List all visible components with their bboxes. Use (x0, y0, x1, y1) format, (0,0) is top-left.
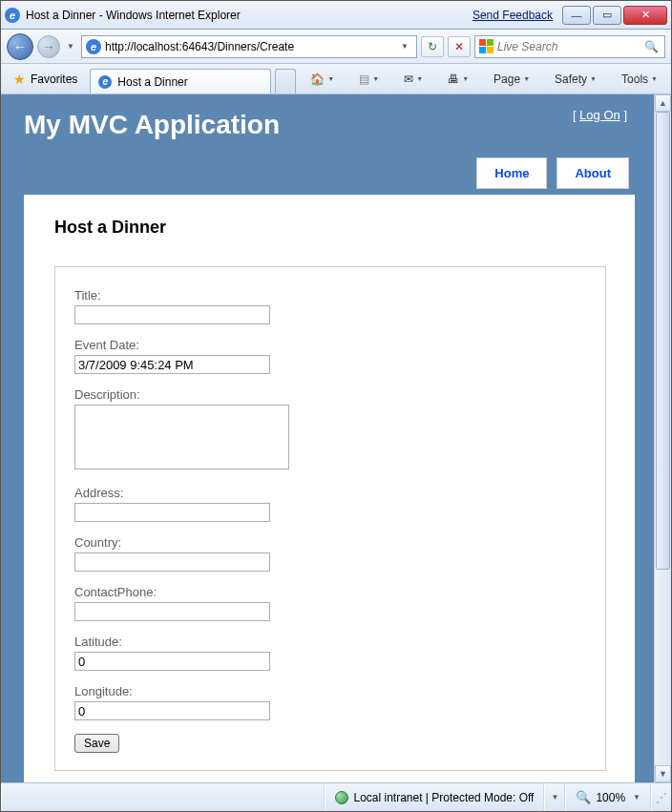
contactphone-label: ContactPhone: (74, 585, 586, 599)
minimize-button[interactable]: — (562, 6, 591, 25)
browser-tab[interactable]: e Host a Dinner (90, 69, 271, 94)
country-label: Country: (74, 535, 586, 550)
navigation-bar: ← → ▼ e ▼ ↻ ✕ 🔍 (1, 30, 671, 64)
page-content: [ Log On ] My MVC Application Home About… (1, 94, 654, 782)
globe-icon (335, 791, 348, 804)
login-section: [ Log On ] (573, 108, 627, 122)
mail-icon: ✉ (404, 73, 413, 86)
read-mail-button[interactable]: ✉▼ (397, 68, 430, 91)
address-label: Address: (74, 486, 586, 500)
resize-grip[interactable]: ⋰ (651, 783, 671, 811)
scroll-track[interactable] (655, 112, 671, 765)
refresh-button[interactable]: ↻ (421, 36, 444, 57)
address-bar[interactable]: e ▼ (81, 35, 417, 58)
search-input[interactable] (497, 37, 641, 56)
page-label: Page (494, 73, 520, 86)
country-input[interactable] (74, 552, 270, 572)
url-input[interactable] (105, 37, 397, 56)
address-dropdown[interactable]: ▼ (397, 42, 412, 51)
logon-link[interactable]: Log On (579, 108, 620, 122)
zoom-icon: 🔍 (576, 790, 591, 804)
vertical-scrollbar[interactable]: ▲ ▼ (654, 94, 671, 782)
menu-about[interactable]: About (556, 157, 629, 189)
command-bar: ★ Favorites e Host a Dinner 🏠▼ ▤▼ ✉▼ 🖶▼ … (1, 64, 671, 94)
window-buttons: — ▭ ✕ (560, 6, 667, 25)
rss-icon: ▤ (359, 73, 369, 86)
description-input[interactable] (74, 405, 289, 469)
latitude-input[interactable] (74, 652, 270, 671)
app-header: [ Log On ] My MVC Application Home About (24, 108, 635, 189)
title-label: Title: (74, 288, 586, 302)
status-bar: Local intranet | Protected Mode: Off ▼ 🔍… (1, 782, 671, 811)
page-heading: Host a Dinner (54, 218, 606, 238)
forward-button[interactable]: → (37, 35, 60, 58)
content-viewport: [ Log On ] My MVC Application Home About… (1, 94, 671, 782)
maximize-button[interactable]: ▭ (593, 6, 621, 25)
live-search-icon (479, 39, 494, 54)
latitude-label: Latitude: (74, 635, 586, 649)
address-input[interactable] (74, 503, 270, 522)
security-zone[interactable]: Local intranet | Protected Mode: Off (325, 783, 544, 811)
scroll-down-button[interactable]: ▼ (655, 765, 671, 782)
print-button[interactable]: 🖶▼ (441, 68, 475, 91)
contactphone-input[interactable] (74, 602, 270, 621)
eventdate-input[interactable] (74, 355, 270, 374)
safety-menu[interactable]: Safety▼ (548, 68, 603, 91)
safety-label: Safety (555, 73, 587, 86)
app-title: My MVC Application (24, 108, 635, 157)
content-panel: Host a Dinner Title: Event Date: Descrip… (24, 195, 635, 782)
zoom-control[interactable]: 🔍 100% ▼ (565, 783, 651, 811)
page-menu[interactable]: Page▼ (487, 68, 536, 91)
tools-label: Tools (621, 73, 648, 86)
main-menu: Home About (24, 157, 635, 189)
tab-icon: e (98, 75, 112, 89)
page-icon: e (86, 39, 101, 54)
new-tab-button[interactable] (275, 69, 296, 94)
home-button[interactable]: 🏠▼ (304, 68, 341, 91)
back-button[interactable]: ← (7, 33, 33, 60)
favorites-label: Favorites (31, 73, 77, 86)
zoom-level: 100% (596, 791, 625, 804)
scroll-up-button[interactable]: ▲ (655, 94, 671, 112)
search-box[interactable]: 🔍 (474, 35, 665, 58)
star-icon: ★ (13, 72, 26, 87)
search-button[interactable]: 🔍 (641, 40, 661, 53)
protected-mode-dropdown[interactable]: ▼ (544, 783, 565, 811)
stop-button[interactable]: ✕ (448, 36, 471, 57)
tools-menu[interactable]: Tools▼ (615, 68, 664, 91)
scroll-thumb[interactable] (656, 112, 670, 570)
recent-pages-dropdown[interactable]: ▼ (64, 35, 77, 58)
save-button[interactable]: Save (74, 734, 119, 753)
window-titlebar: e Host a Dinner - Windows Internet Explo… (1, 1, 671, 30)
tab-title: Host a Dinner (117, 75, 187, 89)
home-icon: 🏠 (310, 73, 325, 86)
dinner-form: Title: Event Date: Description: Address: (54, 266, 606, 771)
send-feedback-link[interactable]: Send Feedback (472, 9, 553, 22)
status-message (1, 783, 325, 811)
app-page: [ Log On ] My MVC Application Home About… (1, 94, 654, 782)
longitude-input[interactable] (74, 701, 270, 720)
title-input[interactable] (74, 305, 270, 324)
close-button[interactable]: ✕ (623, 6, 667, 25)
menu-home[interactable]: Home (476, 157, 547, 189)
favorites-button[interactable]: ★ Favorites (5, 68, 86, 91)
eventdate-label: Event Date: (74, 338, 586, 352)
print-icon: 🖶 (448, 73, 459, 86)
ie-icon: e (5, 8, 20, 23)
feeds-button[interactable]: ▤▼ (352, 68, 386, 91)
window-title: Host a Dinner - Windows Internet Explore… (26, 9, 472, 22)
zone-text: Local intranet | Protected Mode: Off (353, 791, 534, 804)
longitude-label: Longitude: (74, 684, 586, 698)
description-label: Description: (74, 387, 586, 402)
